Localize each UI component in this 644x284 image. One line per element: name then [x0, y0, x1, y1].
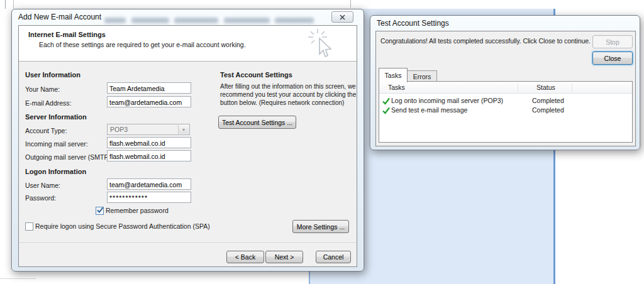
background-window-edge [0, 278, 36, 279]
dialog-title: Add New E-mail Account [18, 13, 101, 21]
congratulations-message: Congratulations! All tests completed suc… [380, 37, 591, 45]
redacted-text-blur [131, 18, 169, 23]
redacted-text-blur [224, 18, 270, 23]
background-window-edge [13, 0, 14, 9]
wizard-footer [19, 243, 357, 266]
password-label: Password: [25, 194, 56, 202]
redacted-text-blur [104, 18, 126, 23]
section-server-information: Server Information [25, 113, 87, 121]
test-settings-titlebar[interactable]: Test Account Settings [370, 16, 640, 31]
stop-button[interactable]: Stop [592, 35, 633, 48]
email-address-label: E-mail Address: [25, 99, 72, 107]
checkmark-icon [96, 205, 104, 214]
column-divider [518, 83, 518, 92]
tasks-table-header: Tasks Status [379, 82, 632, 94]
chevron-down-icon[interactable]: ▼ [178, 125, 189, 134]
remember-password-checkbox-label[interactable]: Remember password [106, 207, 169, 214]
account-type-label: Account Type: [25, 127, 67, 134]
your-name-label: Your Name: [25, 85, 60, 93]
wizard-header-title: Internet E-mail Settings [28, 31, 106, 38]
password-input[interactable] [107, 192, 191, 203]
wizard-header-subtitle: Each of these settings are required to g… [39, 41, 246, 48]
check-icon [382, 97, 390, 105]
next-button[interactable]: Next > [265, 251, 303, 263]
incoming-server-input[interactable] [107, 137, 191, 148]
account-type-value: POP3 [110, 126, 128, 133]
column-divider [572, 83, 572, 92]
back-button[interactable]: < Back [226, 251, 264, 263]
user-name-input[interactable] [107, 178, 191, 190]
check-icon [382, 107, 390, 114]
more-settings-button[interactable]: More Settings ... [292, 220, 349, 233]
add-account-titlebar[interactable]: Add New E-mail Account [12, 9, 364, 25]
redacted-text-blur [275, 18, 314, 23]
your-name-input[interactable] [107, 82, 191, 94]
tab-errors[interactable]: Errors [407, 70, 437, 82]
account-type-dropdown[interactable]: POP3 ▼ [107, 124, 190, 135]
user-name-label: User Name: [25, 182, 60, 189]
task-cell: Send test e-mail message [391, 106, 467, 114]
column-header-status: Status [536, 84, 555, 91]
spa-checkbox-label[interactable]: Require logon using Secure Password Auth… [35, 222, 210, 230]
close-button[interactable] [331, 11, 353, 23]
remember-password-checkbox[interactable] [96, 207, 104, 215]
tasks-table: Tasks Status Log onto incoming mail serv… [379, 81, 633, 143]
outgoing-server-input[interactable] [107, 150, 191, 161]
spa-checkbox[interactable] [25, 222, 33, 231]
desktop: Add New E-mail Account Internet E-mail S… [0, 0, 644, 284]
status-cell: Completed [532, 97, 564, 104]
incoming-server-label: Incoming mail server: [25, 140, 88, 148]
background-window-edge [5, 0, 6, 9]
table-row[interactable]: Log onto incoming mail server (POP3) Com… [379, 96, 632, 106]
test-account-description: After filling out the information on thi… [220, 82, 366, 107]
test-settings-dialog: Test Account Settings Congratulations! A… [370, 15, 640, 150]
section-test-account-settings: Test Account Settings [220, 71, 292, 79]
test-account-settings-button[interactable]: Test Account Settings ... [218, 116, 296, 129]
cancel-button[interactable]: Cancel [316, 251, 351, 263]
close-icon [340, 14, 345, 20]
tab-tasks[interactable]: Tasks [379, 68, 408, 82]
section-logon-information: Logon Information [25, 168, 86, 175]
wizard-header: Internet E-mail Settings Each of these s… [19, 26, 357, 62]
close-button[interactable]: Close [592, 52, 633, 65]
dialog-title: Test Account Settings [377, 19, 449, 28]
sparkle-cursor-icon [307, 28, 335, 60]
outgoing-server-label: Outgoing mail server (SMTP): [25, 153, 113, 161]
task-cell: Log onto incoming mail server (POP3) [391, 97, 503, 104]
add-account-dialog: Add New E-mail Account Internet E-mail S… [11, 9, 364, 271]
background-window-edge [350, 0, 351, 8]
wizard-panel: Internet E-mail Settings Each of these s… [18, 25, 357, 267]
column-header-tasks: Tasks [388, 84, 405, 91]
section-user-information: User Information [25, 71, 80, 79]
email-address-input[interactable] [107, 96, 191, 107]
redacted-text-blur [174, 18, 218, 23]
table-row[interactable]: Send test e-mail message Completed [379, 106, 632, 115]
status-cell: Completed [532, 106, 564, 114]
test-settings-panel: Congratulations! All tests completed suc… [375, 31, 636, 146]
